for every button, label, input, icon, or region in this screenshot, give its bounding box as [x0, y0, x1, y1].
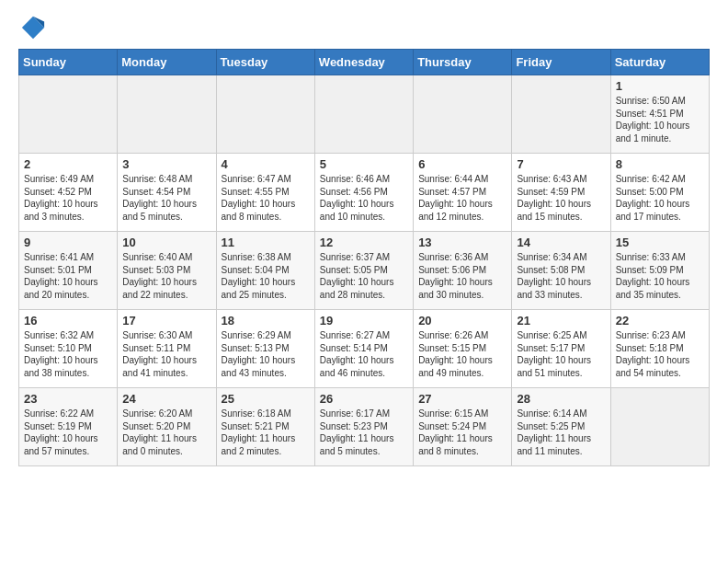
svg-marker-0 — [22, 17, 44, 39]
calendar-cell: 1Sunrise: 6:50 AM Sunset: 4:51 PM Daylig… — [610, 75, 709, 154]
day-number: 11 — [222, 236, 310, 249]
day-info: Sunrise: 6:38 AM Sunset: 5:04 PM Dayligh… — [222, 251, 310, 301]
calendar-cell: 11Sunrise: 6:38 AM Sunset: 5:04 PM Dayli… — [216, 232, 314, 310]
calendar-cell: 22Sunrise: 6:23 AM Sunset: 5:18 PM Dayli… — [610, 310, 709, 388]
day-info: Sunrise: 6:26 AM Sunset: 5:15 PM Dayligh… — [418, 329, 506, 379]
day-info: Sunrise: 6:48 AM Sunset: 4:54 PM Dayligh… — [122, 173, 210, 223]
day-info: Sunrise: 6:34 AM Sunset: 5:08 PM Dayligh… — [517, 251, 605, 301]
day-info: Sunrise: 6:46 AM Sunset: 4:56 PM Dayligh… — [320, 173, 408, 223]
day-number: 13 — [418, 236, 506, 249]
day-number: 18 — [222, 314, 310, 327]
day-of-week-monday: Monday — [118, 50, 216, 75]
day-of-week-wednesday: Wednesday — [314, 50, 413, 75]
day-info: Sunrise: 6:23 AM Sunset: 5:18 PM Dayligh… — [616, 329, 704, 379]
calendar-cell: 16Sunrise: 6:32 AM Sunset: 5:10 PM Dayli… — [19, 310, 118, 388]
day-of-week-sunday: Sunday — [19, 50, 118, 75]
calendar-cell: 23Sunrise: 6:22 AM Sunset: 5:19 PM Dayli… — [19, 388, 118, 466]
day-number: 21 — [517, 314, 605, 327]
day-number: 14 — [517, 236, 605, 249]
calendar-cell: 13Sunrise: 6:36 AM Sunset: 5:06 PM Dayli… — [414, 232, 512, 310]
calendar-cell: 2Sunrise: 6:49 AM Sunset: 4:52 PM Daylig… — [19, 154, 118, 232]
day-info: Sunrise: 6:43 AM Sunset: 4:59 PM Dayligh… — [517, 173, 605, 223]
calendar-cell: 10Sunrise: 6:40 AM Sunset: 5:03 PM Dayli… — [118, 232, 216, 310]
day-info: Sunrise: 6:27 AM Sunset: 5:14 PM Dayligh… — [320, 329, 408, 379]
calendar-cell: 5Sunrise: 6:46 AM Sunset: 4:56 PM Daylig… — [314, 154, 413, 232]
day-number: 6 — [418, 157, 506, 171]
day-of-week-tuesday: Tuesday — [216, 50, 314, 75]
calendar-week-row: 1Sunrise: 6:50 AM Sunset: 4:51 PM Daylig… — [19, 75, 710, 154]
calendar-cell: 28Sunrise: 6:14 AM Sunset: 5:25 PM Dayli… — [512, 388, 610, 466]
calendar-cell: 12Sunrise: 6:37 AM Sunset: 5:05 PM Dayli… — [314, 232, 413, 310]
calendar-cell: 3Sunrise: 6:48 AM Sunset: 4:54 PM Daylig… — [118, 154, 216, 232]
day-info: Sunrise: 6:20 AM Sunset: 5:20 PM Dayligh… — [122, 408, 210, 457]
day-number: 20 — [418, 314, 506, 327]
calendar-cell: 4Sunrise: 6:47 AM Sunset: 4:55 PM Daylig… — [216, 154, 314, 232]
day-number: 22 — [616, 314, 704, 327]
calendar-week-row: 2Sunrise: 6:49 AM Sunset: 4:52 PM Daylig… — [19, 154, 710, 232]
day-number: 9 — [24, 236, 112, 249]
page-header — [18, 18, 710, 40]
day-number: 5 — [320, 157, 408, 171]
day-info: Sunrise: 6:47 AM Sunset: 4:55 PM Dayligh… — [222, 173, 310, 223]
calendar-header-row: SundayMondayTuesdayWednesdayThursdayFrid… — [19, 50, 710, 75]
day-number: 2 — [24, 157, 112, 171]
day-number: 12 — [320, 236, 408, 249]
day-info: Sunrise: 6:32 AM Sunset: 5:10 PM Dayligh… — [24, 329, 112, 379]
calendar-cell: 8Sunrise: 6:42 AM Sunset: 5:00 PM Daylig… — [610, 154, 709, 232]
calendar-cell: 9Sunrise: 6:41 AM Sunset: 5:01 PM Daylig… — [19, 232, 118, 310]
day-info: Sunrise: 6:49 AM Sunset: 4:52 PM Dayligh… — [24, 173, 112, 223]
day-info: Sunrise: 6:36 AM Sunset: 5:06 PM Dayligh… — [418, 251, 506, 301]
calendar-week-row: 9Sunrise: 6:41 AM Sunset: 5:01 PM Daylig… — [19, 232, 710, 310]
day-number: 3 — [122, 157, 210, 171]
day-info: Sunrise: 6:44 AM Sunset: 4:57 PM Dayligh… — [418, 173, 506, 223]
calendar-cell: 17Sunrise: 6:30 AM Sunset: 5:11 PM Dayli… — [118, 310, 216, 388]
calendar-cell — [512, 75, 610, 154]
day-number: 23 — [24, 392, 112, 406]
day-info: Sunrise: 6:30 AM Sunset: 5:11 PM Dayligh… — [122, 329, 210, 379]
day-of-week-saturday: Saturday — [610, 50, 709, 75]
day-number: 8 — [616, 157, 704, 171]
calendar-cell — [19, 75, 118, 154]
logo — [18, 18, 46, 40]
calendar-cell: 27Sunrise: 6:15 AM Sunset: 5:24 PM Dayli… — [414, 388, 512, 466]
day-info: Sunrise: 6:33 AM Sunset: 5:09 PM Dayligh… — [616, 251, 704, 301]
calendar-cell: 25Sunrise: 6:18 AM Sunset: 5:21 PM Dayli… — [216, 388, 314, 466]
day-info: Sunrise: 6:50 AM Sunset: 4:51 PM Dayligh… — [616, 95, 704, 144]
day-of-week-thursday: Thursday — [414, 50, 512, 75]
day-number: 15 — [616, 236, 704, 249]
calendar-cell — [314, 75, 413, 154]
calendar-cell: 19Sunrise: 6:27 AM Sunset: 5:14 PM Dayli… — [314, 310, 413, 388]
calendar-week-row: 16Sunrise: 6:32 AM Sunset: 5:10 PM Dayli… — [19, 310, 710, 388]
day-info: Sunrise: 6:18 AM Sunset: 5:21 PM Dayligh… — [222, 408, 310, 457]
calendar-cell: 20Sunrise: 6:26 AM Sunset: 5:15 PM Dayli… — [414, 310, 512, 388]
day-info: Sunrise: 6:37 AM Sunset: 5:05 PM Dayligh… — [320, 251, 408, 301]
day-info: Sunrise: 6:17 AM Sunset: 5:23 PM Dayligh… — [320, 408, 408, 457]
calendar-cell: 24Sunrise: 6:20 AM Sunset: 5:20 PM Dayli… — [118, 388, 216, 466]
calendar-cell — [118, 75, 216, 154]
day-number: 4 — [222, 157, 310, 171]
day-info: Sunrise: 6:29 AM Sunset: 5:13 PM Dayligh… — [222, 329, 310, 379]
day-number: 10 — [122, 236, 210, 249]
day-info: Sunrise: 6:42 AM Sunset: 5:00 PM Dayligh… — [616, 173, 704, 223]
calendar-cell: 26Sunrise: 6:17 AM Sunset: 5:23 PM Dayli… — [314, 388, 413, 466]
day-info: Sunrise: 6:25 AM Sunset: 5:17 PM Dayligh… — [517, 329, 605, 379]
day-number: 28 — [517, 392, 605, 406]
logo-icon — [20, 15, 46, 40]
day-number: 25 — [222, 392, 310, 406]
day-info: Sunrise: 6:22 AM Sunset: 5:19 PM Dayligh… — [24, 408, 112, 457]
day-number: 7 — [517, 157, 605, 171]
day-info: Sunrise: 6:14 AM Sunset: 5:25 PM Dayligh… — [517, 408, 605, 457]
calendar-cell — [216, 75, 314, 154]
day-number: 1 — [616, 79, 704, 93]
day-number: 17 — [122, 314, 210, 327]
calendar-table: SundayMondayTuesdayWednesdayThursdayFrid… — [18, 49, 710, 466]
calendar-week-row: 23Sunrise: 6:22 AM Sunset: 5:19 PM Dayli… — [19, 388, 710, 466]
day-number: 19 — [320, 314, 408, 327]
calendar-cell: 18Sunrise: 6:29 AM Sunset: 5:13 PM Dayli… — [216, 310, 314, 388]
calendar-cell: 21Sunrise: 6:25 AM Sunset: 5:17 PM Dayli… — [512, 310, 610, 388]
calendar-cell: 6Sunrise: 6:44 AM Sunset: 4:57 PM Daylig… — [414, 154, 512, 232]
calendar-cell — [610, 388, 709, 466]
calendar-cell: 15Sunrise: 6:33 AM Sunset: 5:09 PM Dayli… — [610, 232, 709, 310]
day-of-week-friday: Friday — [512, 50, 610, 75]
day-info: Sunrise: 6:41 AM Sunset: 5:01 PM Dayligh… — [24, 251, 112, 301]
